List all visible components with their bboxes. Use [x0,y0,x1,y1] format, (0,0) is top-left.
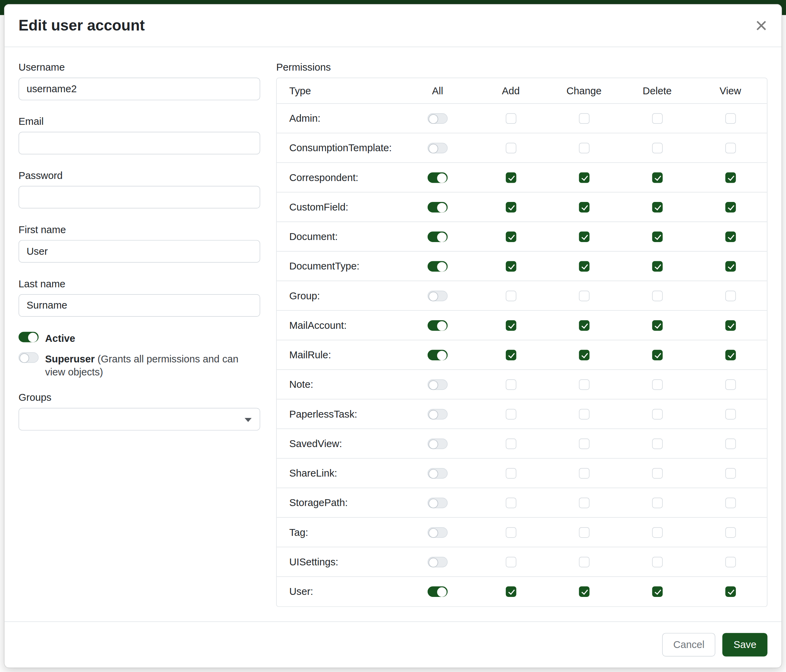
permission-change-checkbox[interactable] [579,498,590,508]
permission-change-checkbox[interactable] [579,143,590,153]
permission-delete-checkbox[interactable] [652,202,663,212]
permission-delete-checkbox[interactable] [652,379,663,390]
permission-delete-checkbox[interactable] [652,290,663,301]
cancel-button[interactable]: Cancel [662,633,715,656]
permission-change-checkbox[interactable] [579,586,590,597]
permission-delete-checkbox[interactable] [652,556,663,567]
permission-add-checkbox[interactable] [506,468,516,478]
permission-all-toggle[interactable] [428,438,448,449]
permission-view-checkbox[interactable] [725,556,736,567]
permission-all-toggle[interactable] [428,409,448,419]
permission-row: Admin: [277,104,767,133]
permission-view-checkbox[interactable] [725,261,736,272]
permission-all-toggle[interactable] [428,202,448,212]
permission-add-checkbox[interactable] [506,320,516,331]
permission-view-checkbox[interactable] [725,498,736,508]
permission-change-checkbox[interactable] [579,350,590,360]
permission-delete-checkbox[interactable] [652,586,663,597]
permission-add-checkbox[interactable] [506,290,516,301]
permission-view-checkbox[interactable] [725,113,736,124]
email-input[interactable] [19,132,260,154]
permission-add-checkbox[interactable] [506,379,516,390]
permission-change-checkbox[interactable] [579,320,590,331]
permission-delete-checkbox[interactable] [652,231,663,242]
permission-all-toggle[interactable] [428,350,448,360]
permission-all-toggle[interactable] [428,556,448,567]
permission-all-toggle[interactable] [428,498,448,508]
permission-view-checkbox[interactable] [725,143,736,153]
permission-delete-checkbox[interactable] [652,172,663,183]
permission-delete-checkbox[interactable] [652,527,663,538]
permission-delete-checkbox[interactable] [652,320,663,331]
permission-add-checkbox[interactable] [506,409,516,419]
password-input[interactable] [19,186,260,209]
permission-add-checkbox[interactable] [506,438,516,449]
permission-add-checkbox[interactable] [506,143,516,153]
permission-view-checkbox[interactable] [725,379,736,390]
permission-add-checkbox[interactable] [506,586,516,597]
permission-change-checkbox[interactable] [579,556,590,567]
permission-change-checkbox[interactable] [579,261,590,272]
permission-view-checkbox[interactable] [725,438,736,449]
username-input[interactable] [19,78,260,100]
permission-delete-checkbox[interactable] [652,468,663,478]
permission-all-toggle[interactable] [428,468,448,478]
email-label: Email [19,115,260,127]
permission-delete-checkbox[interactable] [652,113,663,124]
permission-add-checkbox[interactable] [506,350,516,360]
permission-change-checkbox[interactable] [579,409,590,419]
permission-all-toggle[interactable] [428,586,448,597]
permission-add-checkbox[interactable] [506,113,516,124]
permission-add-checkbox[interactable] [506,498,516,508]
permission-view-checkbox[interactable] [725,350,736,360]
permission-add-checkbox[interactable] [506,261,516,272]
permission-all-toggle[interactable] [428,527,448,538]
active-toggle[interactable] [19,332,38,342]
permission-all-toggle[interactable] [428,113,448,124]
permission-change-checkbox[interactable] [579,231,590,242]
permission-all-toggle[interactable] [428,231,448,242]
permission-view-checkbox[interactable] [725,290,736,301]
permission-add-checkbox[interactable] [506,556,516,567]
permission-view-checkbox[interactable] [725,468,736,478]
permission-view-checkbox[interactable] [725,320,736,331]
permission-view-checkbox[interactable] [725,231,736,242]
permission-all-toggle[interactable] [428,172,448,183]
permission-row: CustomField: [277,192,767,222]
permission-view-checkbox[interactable] [725,202,736,212]
permission-delete-checkbox[interactable] [652,409,663,419]
superuser-toggle[interactable] [19,352,38,363]
first-name-input[interactable] [19,240,260,263]
permission-delete-checkbox[interactable] [652,438,663,449]
permission-all-toggle[interactable] [428,261,448,272]
permission-delete-checkbox[interactable] [652,498,663,508]
permission-view-checkbox[interactable] [725,586,736,597]
permission-add-cell [474,556,547,567]
permission-add-checkbox[interactable] [506,527,516,538]
permission-view-checkbox[interactable] [725,527,736,538]
groups-select[interactable] [19,408,260,431]
permission-change-checkbox[interactable] [579,113,590,124]
permission-change-checkbox[interactable] [579,290,590,301]
permission-add-checkbox[interactable] [506,202,516,212]
last-name-input[interactable] [19,294,260,317]
permission-view-checkbox[interactable] [725,172,736,183]
close-button[interactable]: × [755,18,767,33]
permission-delete-checkbox[interactable] [652,350,663,360]
permission-add-checkbox[interactable] [506,231,516,242]
save-button[interactable]: Save [723,633,767,656]
permission-change-checkbox[interactable] [579,527,590,538]
permission-change-checkbox[interactable] [579,379,590,390]
permission-delete-checkbox[interactable] [652,261,663,272]
permission-change-checkbox[interactable] [579,202,590,212]
permission-all-toggle[interactable] [428,290,448,301]
permission-all-toggle[interactable] [428,379,448,390]
permission-change-checkbox[interactable] [579,468,590,478]
permission-change-checkbox[interactable] [579,438,590,449]
permission-all-toggle[interactable] [428,143,448,153]
permission-delete-checkbox[interactable] [652,143,663,153]
permission-change-checkbox[interactable] [579,172,590,183]
permission-view-checkbox[interactable] [725,409,736,419]
permission-add-checkbox[interactable] [506,172,516,183]
permission-all-toggle[interactable] [428,320,448,331]
